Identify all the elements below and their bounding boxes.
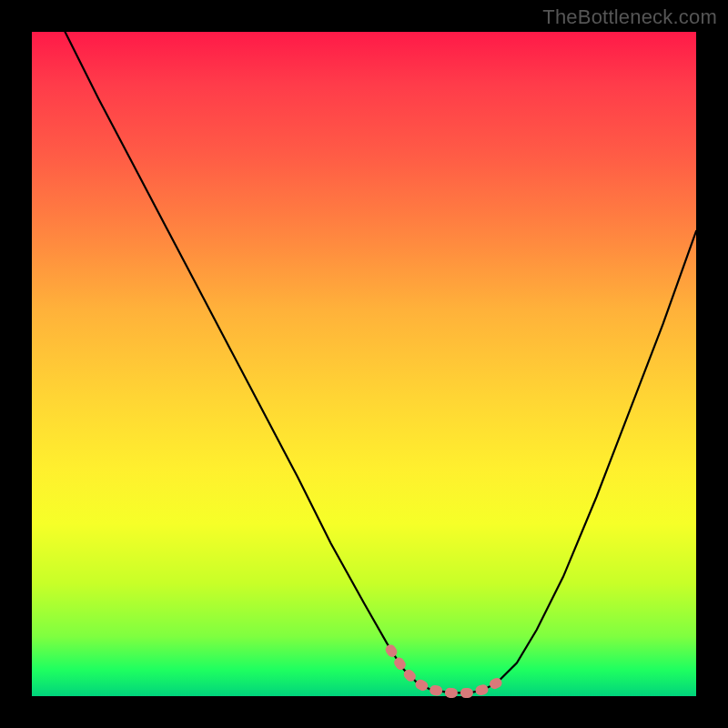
- chart-svg: [32, 32, 696, 696]
- watermark-text: TheBottleneck.com: [542, 5, 717, 29]
- bottleneck-curve: [66, 32, 697, 693]
- optimal-zone-marker: [390, 650, 497, 693]
- plot-area: [32, 32, 696, 696]
- outer-frame: TheBottleneck.com: [0, 0, 728, 728]
